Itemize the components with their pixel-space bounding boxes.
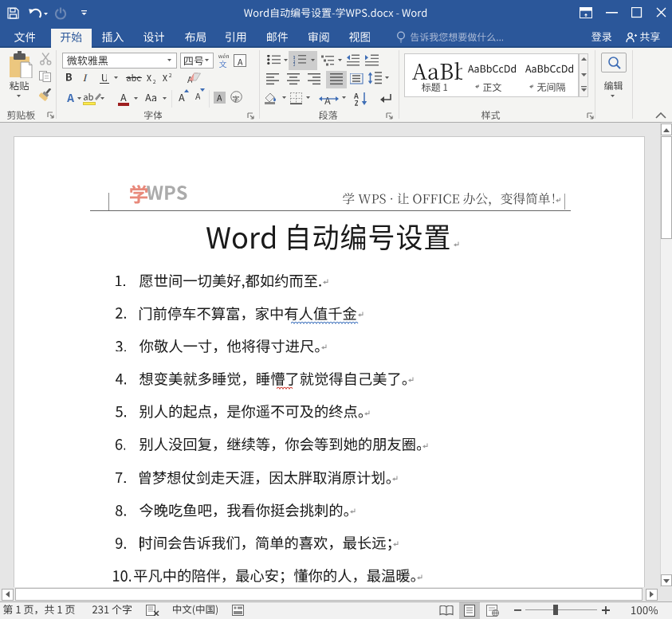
svg-text:I: I	[83, 72, 88, 83]
